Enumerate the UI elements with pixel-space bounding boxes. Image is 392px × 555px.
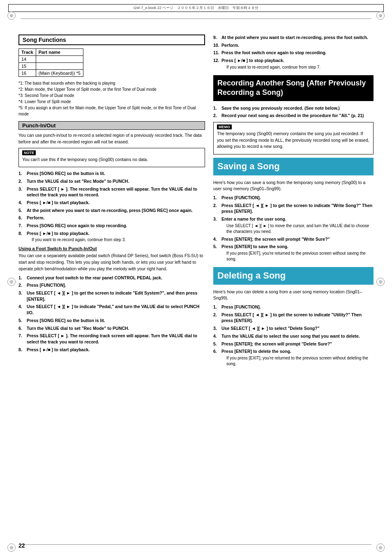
footnote-5: *5: If you assign a drum set for Main mo… xyxy=(18,105,205,117)
foot-switch-heading: Using a Foot Switch to Punch-In/Out xyxy=(18,246,205,251)
saving-intro: Here's how you can save a song from the … xyxy=(213,180,374,193)
del-step-1: 1. Press [FUNCTION]. xyxy=(213,304,374,310)
fs-step-3: 3. Use SELECT [ ◄ ][ ► ] to get the scre… xyxy=(18,290,205,302)
fs-step-6: 6. Turn the VALUE dial to set "Rec Mode"… xyxy=(18,325,205,332)
line-top xyxy=(21,18,371,19)
table-row: 14 xyxy=(19,56,83,63)
save-step-4: 4. Press [ENTER]; the screen will prompt… xyxy=(213,236,374,242)
note-text: You can't use this if the temporary song… xyxy=(22,157,201,163)
punch-steps-list: 1. Press [SONG REC] so the button is lit… xyxy=(18,170,205,243)
step-1: 1. Press [SONG REC] so the button is lit… xyxy=(18,170,205,177)
fs-step-2: 2. Press [FUNCTION]. xyxy=(18,282,205,288)
step-6: 6. Perform. xyxy=(18,215,205,221)
del-step-5: 5. Press [ENTER]; the screen will prompt… xyxy=(213,341,374,347)
deleting-intro: Here's how you can delete a song from a … xyxy=(213,289,374,302)
step-4: 4. Press [ ►/■ ] to start playback. xyxy=(18,200,205,206)
note-box: NOTE You can't use this if the temporary… xyxy=(18,148,205,168)
ra-step-1: 1. Save the song you previously recorded… xyxy=(213,105,374,111)
header-text: GW-7_e.book 22 ページ ２００５年２月１６日 水曜日 午前８時４８… xyxy=(134,6,258,10)
step-8: 8. Press [ ►/■ ] to stop playback. If yo… xyxy=(18,230,205,243)
rc-step-9: 9. At the point where you want to start … xyxy=(213,35,374,41)
save-step-1: 1. Press [FUNCTION]. xyxy=(213,195,374,201)
footnote-1: *1: The bass that sounds when the backin… xyxy=(18,80,205,86)
footnotes: *1: The bass that sounds when the backin… xyxy=(18,80,205,117)
del-step-3: 3. Use SELECT [ ◄ ][ ► ] to select "Dele… xyxy=(213,325,374,332)
fs-step-5: 5. Press [SONG REC] so the button is lit… xyxy=(18,318,205,324)
rc-step-12: 12. Press [ ►/■ ] to stop playback. If y… xyxy=(213,58,374,70)
memo-label: MEMO xyxy=(217,124,232,129)
line-bottom xyxy=(21,544,371,545)
corner-mark-ml xyxy=(7,278,16,286)
save-step-2: 2. Press SELECT [ ◄ ][ ► ] to get the sc… xyxy=(213,203,374,214)
foot-switch-steps-list: 1. Connect your foot switch to the rear … xyxy=(18,275,205,353)
corner-mark-tl xyxy=(7,12,16,20)
main-content: Song Functions Track Part name 14 1 xyxy=(18,35,374,370)
save-step-3: 3. Enter a name for the user song. Use S… xyxy=(213,216,374,235)
rc-step-11: 11. Press the foot switch once again to … xyxy=(213,50,374,56)
corner-mark-bl xyxy=(7,543,16,552)
footnote-3: *3: Second Tone of Dual mode xyxy=(18,92,205,99)
corner-mark-tr xyxy=(376,12,385,20)
table-header-track: Track xyxy=(19,49,36,56)
deleting-steps: 1. Press [FUNCTION]. 2. Press SELECT [ ◄… xyxy=(213,304,374,367)
header-bar: GW-7_e.book 22 ページ ２００５年２月１６日 水曜日 午前８時４８… xyxy=(8,4,384,12)
page-number: 22 xyxy=(18,542,25,549)
footnote-2: *2: Main mode, the Upper Tone of Split m… xyxy=(18,86,205,92)
step-5: 5. At the point where you want to start … xyxy=(18,207,205,214)
song-functions-header: Song Functions xyxy=(18,35,205,45)
del-step-6: 6. Press [ENTER] to delete the song. If … xyxy=(213,348,374,367)
save-step-5: 5. Press [ENTER] to save the song. If yo… xyxy=(213,244,374,262)
ra-step-2: 2. Record your next song as described in… xyxy=(213,113,374,119)
table-row: 16 (Main (Keyboard)) *5 xyxy=(19,70,83,77)
right-column: 9. At the point where you want to start … xyxy=(213,35,374,370)
right-cont-steps: 9. At the point where you want to start … xyxy=(213,35,374,70)
fs-step-7: 7. Press SELECT [ ► ]. The recording tra… xyxy=(18,333,205,345)
fs-step-4: 4. Use SELECT [ ◄ ][ ► ] to indicate "Pe… xyxy=(18,304,205,315)
memo-text: The temporary song (Sng00) memory contai… xyxy=(217,131,370,150)
left-column: Song Functions Track Part name 14 1 xyxy=(18,35,205,370)
memo-box: MEMO The temporary song (Sng00) memory c… xyxy=(213,122,374,154)
foot-switch-intro: You can use a separately available pedal… xyxy=(18,253,205,272)
fs-step-8: 8. Press [ ►/■ ] to start playback. xyxy=(18,347,205,353)
note-label: NOTE xyxy=(22,150,36,155)
punch-intro: You can use punch-in/out to re-record a … xyxy=(18,132,205,145)
step-3: 3. Press SELECT [ ► ]. The recording tra… xyxy=(18,186,205,198)
page: GW-7_e.book 22 ページ ２００５年２月１６日 水曜日 午前８時４８… xyxy=(0,4,392,555)
deleting-song-header: Deleting a Song xyxy=(213,267,374,284)
saving-steps: 1. Press [FUNCTION]. 2. Press SELECT [ ◄… xyxy=(213,195,374,262)
punch-inout-header: Punch-In/Out xyxy=(18,121,205,130)
fs-step-1: 1. Connect your foot switch to the rear … xyxy=(18,275,205,281)
rc-step-10: 10. Perform. xyxy=(213,42,374,48)
corner-mark-mr xyxy=(376,278,385,286)
table-row: 15 xyxy=(19,63,83,70)
saving-song-header: Saving a Song xyxy=(213,158,374,175)
del-step-2: 2. Press SELECT [ ◄ ][ ► ] to get the sc… xyxy=(213,312,374,324)
footnote-4: *4: Lower Tone of Split mode xyxy=(18,99,205,105)
del-step-4: 4. Turn the VALUE dial to select the use… xyxy=(213,333,374,339)
recording-another-header: Recording Another Song (After Previously… xyxy=(213,75,374,101)
recording-another-steps: 1. Save the song you previously recorded… xyxy=(213,105,374,119)
step-2: 2. Turn the VALUE dial to set "Rec Mode"… xyxy=(18,178,205,184)
table-header-partname: Part name xyxy=(36,49,83,56)
step-7: 7. Press [SONG REC] once again to stop r… xyxy=(18,223,205,229)
corner-mark-br xyxy=(376,543,385,552)
track-table: Track Part name 14 15 16 (Main xyxy=(18,48,83,77)
